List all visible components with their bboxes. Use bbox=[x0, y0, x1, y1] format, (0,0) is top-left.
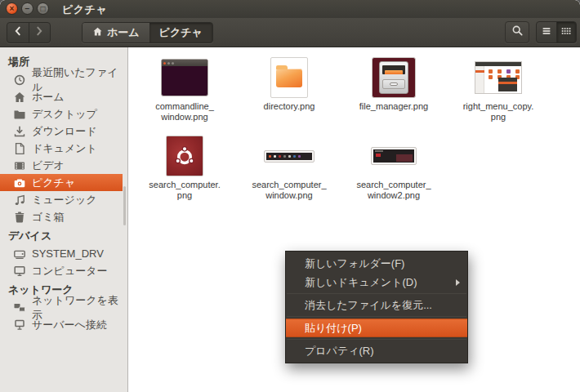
breadcrumb-pictures[interactable]: ピクチャ bbox=[149, 23, 212, 42]
sidebar-item-system-drv[interactable]: SYSTEM_DRV bbox=[0, 245, 123, 262]
menu-item-new-document[interactable]: 新しいドキュメント(D) bbox=[286, 273, 467, 292]
sidebar-item-label: SYSTEM_DRV bbox=[32, 247, 104, 260]
submenu-arrow-icon bbox=[456, 279, 460, 286]
titlebar[interactable]: × − □ ピクチャ bbox=[0, 0, 580, 18]
sidebar-item-downloads[interactable]: ダウンロード bbox=[0, 122, 123, 140]
file-name: search_computer_ window.png bbox=[252, 180, 326, 201]
window-controls: × − □ bbox=[6, 2, 49, 15]
sidebar-item-videos[interactable]: ビデオ bbox=[0, 157, 123, 174]
sidebar-item-trash[interactable]: ゴミ箱 bbox=[0, 208, 123, 225]
sidebar-item-label: コンピューター bbox=[32, 264, 108, 278]
file-item[interactable]: commandline_ window.png bbox=[132, 56, 237, 127]
file-grid-row: search_computer. png bbox=[132, 134, 580, 206]
toolbar: ホーム ピクチャ bbox=[0, 18, 580, 47]
sidebar-item-label: ビデオ bbox=[32, 158, 65, 173]
file-manager-window: × − □ ピクチャ ホーム bbox=[0, 0, 580, 392]
sidebar-item-label: サーバーへ接続 bbox=[32, 318, 107, 332]
sidebar-item-label: ピクチャ bbox=[32, 176, 75, 190]
nav-buttons bbox=[7, 22, 51, 43]
search-icon bbox=[511, 24, 524, 40]
close-button[interactable]: × bbox=[6, 2, 18, 15]
list-view-icon bbox=[541, 25, 552, 40]
sidebar-section-devices: デバイス bbox=[0, 227, 127, 245]
home-icon bbox=[92, 26, 103, 39]
breadcrumb: ホーム ピクチャ bbox=[82, 22, 213, 43]
sidebar-scrollbar[interactable] bbox=[123, 186, 126, 225]
search-button[interactable] bbox=[505, 21, 529, 43]
grid-view-button[interactable] bbox=[556, 22, 576, 42]
film-icon bbox=[13, 159, 26, 172]
panel-strip-thumbnail-icon bbox=[264, 134, 315, 178]
sidebar-item-pictures[interactable]: ピクチャ bbox=[0, 174, 123, 191]
maximize-button[interactable]: □ bbox=[37, 2, 49, 15]
menu-item-restore-deleted[interactable]: 消去したファイルを復元... bbox=[286, 296, 467, 314]
sidebar-item-recent[interactable]: 最近開いたファイル bbox=[0, 71, 123, 88]
sidebar-item-label: デスクトップ bbox=[32, 107, 97, 122]
file-cabinet-thumbnail-icon bbox=[372, 56, 416, 100]
sidebar-item-desktop[interactable]: デスクトップ bbox=[0, 105, 123, 122]
file-item[interactable]: search_computer. png bbox=[132, 134, 237, 206]
menu-separator bbox=[287, 293, 466, 294]
music-note-icon bbox=[13, 194, 26, 207]
file-name: commandline_ window.png bbox=[155, 101, 214, 122]
file-name: right_menu_copy. png bbox=[463, 101, 534, 122]
menu-separator bbox=[287, 316, 466, 317]
sidebar-item-label: ダウンロード bbox=[32, 124, 97, 139]
folder-icon bbox=[13, 108, 26, 121]
sidebar-item-documents[interactable]: ドキュメント bbox=[0, 140, 123, 157]
server-icon bbox=[13, 318, 26, 332]
sidebar-item-browse-network[interactable]: ネットワークを表示 bbox=[0, 299, 123, 316]
sidebar-item-computer[interactable]: コンピューター bbox=[0, 262, 123, 279]
clock-icon bbox=[13, 74, 26, 87]
file-name: search_computer. png bbox=[149, 180, 220, 201]
file-item[interactable]: search_computer_ window2.png bbox=[341, 134, 446, 206]
screenshot-thumbnail-icon bbox=[475, 56, 522, 100]
ubuntu-logo-thumbnail-icon bbox=[166, 134, 203, 178]
view-switcher bbox=[536, 21, 577, 43]
trash-icon bbox=[13, 211, 26, 224]
sidebar-item-label: ドキュメント bbox=[32, 141, 97, 156]
forward-button[interactable] bbox=[29, 23, 50, 42]
camera-icon bbox=[13, 176, 26, 189]
menu-separator bbox=[287, 339, 466, 340]
file-name: search_computer_ window2.png bbox=[356, 180, 431, 201]
sidebar: 場所 最近開いたファイル ホーム デスクトップ ダウンロード ドキュメント ビデ… bbox=[0, 47, 128, 392]
menu-item-label: 新しいドキュメント(D) bbox=[305, 275, 417, 290]
breadcrumb-home-label: ホーム bbox=[107, 25, 140, 40]
sidebar-item-label: ミュージック bbox=[32, 193, 97, 207]
download-icon bbox=[13, 125, 26, 138]
minimize-button[interactable]: − bbox=[21, 2, 33, 15]
sidebar-item-connect-server[interactable]: サーバーへ接続 bbox=[0, 316, 123, 333]
sidebar-item-label: ホーム bbox=[32, 90, 65, 105]
sidebar-item-music[interactable]: ミュージック bbox=[0, 191, 123, 208]
computer-icon bbox=[13, 265, 26, 278]
disk-drive-icon bbox=[13, 247, 26, 261]
sidebar-item-label: ゴミ箱 bbox=[32, 210, 65, 225]
document-icon bbox=[13, 142, 26, 155]
file-item[interactable]: search_computer_ window.png bbox=[237, 134, 341, 206]
window-title: ピクチャ bbox=[62, 2, 107, 17]
context-menu: 新しいフォルダー(F) 新しいドキュメント(D) 消去したファイルを復元... … bbox=[285, 251, 468, 363]
menu-item-new-folder[interactable]: 新しいフォルダー(F) bbox=[286, 254, 467, 273]
terminal-thumbnail-icon bbox=[161, 56, 208, 100]
grid-view-icon bbox=[560, 25, 572, 40]
file-item[interactable]: right_menu_copy. png bbox=[446, 56, 551, 127]
list-view-button[interactable] bbox=[537, 22, 556, 42]
breadcrumb-pictures-label: ピクチャ bbox=[159, 25, 203, 40]
file-name: directory.png bbox=[264, 101, 315, 112]
network-icon bbox=[13, 301, 26, 314]
menu-item-properties[interactable]: プロパティ(R) bbox=[286, 341, 467, 360]
chevron-right-icon bbox=[33, 25, 45, 40]
folder-thumbnail-icon bbox=[270, 56, 308, 100]
menu-item-paste[interactable]: 貼り付け(P) bbox=[286, 318, 467, 337]
dark-window-thumbnail-icon bbox=[371, 134, 417, 178]
chevron-left-icon bbox=[12, 25, 24, 40]
file-item[interactable]: file_manager.png bbox=[341, 56, 446, 127]
home-icon bbox=[13, 91, 26, 104]
file-grid-row: commandline_ window.png directory.png bbox=[132, 56, 580, 127]
breadcrumb-home[interactable]: ホーム bbox=[83, 23, 149, 42]
back-button[interactable] bbox=[7, 23, 29, 42]
file-name: file_manager.png bbox=[359, 101, 428, 112]
file-item[interactable]: directory.png bbox=[237, 56, 341, 127]
